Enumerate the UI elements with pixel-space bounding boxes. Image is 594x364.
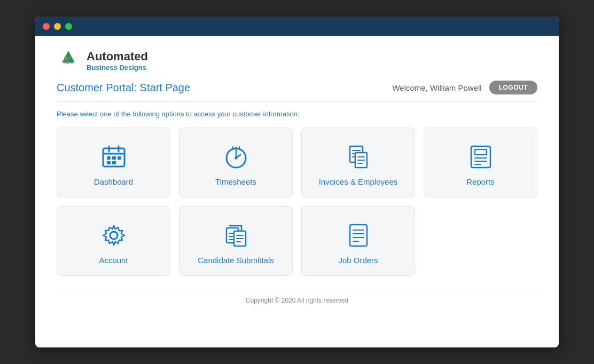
- page-title: Customer Portal: Start Page: [57, 82, 190, 94]
- welcome-text: Welcome, William Powell: [392, 83, 481, 92]
- footer: Copyright © 2020 All rights reserved: [57, 289, 537, 304]
- welcome-area: Welcome, William Powell LOGOUT: [392, 81, 537, 94]
- document2-icon: [345, 221, 372, 249]
- logo-icon: [57, 49, 80, 72]
- instruction-text: Please select one of the following optio…: [57, 110, 537, 118]
- logo-text: Automated Business Designs: [87, 50, 148, 72]
- svg-rect-41: [350, 225, 367, 246]
- document-icon: [345, 143, 372, 171]
- app-window: Automated Business Designs Customer Port…: [35, 17, 559, 347]
- tile-grid-row1: Dashboard Timesheets: [57, 128, 537, 197]
- svg-rect-10: [107, 161, 111, 164]
- copyright-text: Copyright © 2020 All rights reserved: [246, 297, 348, 304]
- tile-account-label: Account: [99, 256, 128, 265]
- tile-candidate-submittals-label: Candidate Submittals: [198, 256, 274, 265]
- logo-sub-text: Business Designs: [87, 64, 148, 72]
- instruction-highlight: following options: [132, 110, 184, 118]
- tile-dashboard[interactable]: Dashboard: [57, 128, 170, 197]
- tile-grid-row2: Account Candidate Submittals: [57, 206, 537, 276]
- tile-timesheets[interactable]: Timesheets: [179, 128, 293, 197]
- instruction-suffix: to access your customer information:: [184, 110, 300, 118]
- logo-header: Automated Business Designs: [57, 49, 537, 72]
- instruction-prefix: Please select one of the: [57, 110, 132, 118]
- svg-point-32: [110, 232, 118, 239]
- titlebar: [35, 17, 559, 36]
- tile-reports[interactable]: Reports: [424, 128, 537, 197]
- clock-icon: [222, 143, 250, 171]
- minimize-button[interactable]: [54, 23, 61, 30]
- tile-candidate-submittals[interactable]: Candidate Submittals: [179, 206, 293, 276]
- files-icon: [222, 221, 250, 249]
- logo-area: Automated Business Designs: [57, 49, 148, 72]
- tile-invoices-employees[interactable]: Invoices & Employees: [301, 128, 415, 197]
- svg-rect-7: [107, 156, 111, 160]
- svg-point-18: [235, 157, 237, 160]
- svg-rect-8: [112, 156, 116, 160]
- tile-timesheets-label: Timesheets: [215, 177, 256, 186]
- tile-empty: [424, 206, 537, 276]
- maximize-button[interactable]: [65, 23, 72, 30]
- gear-icon: [100, 221, 128, 249]
- tile-reports-label: Reports: [466, 177, 495, 186]
- svg-rect-28: [475, 149, 487, 155]
- tile-dashboard-label: Dashboard: [94, 177, 133, 186]
- tile-job-orders[interactable]: Job Orders: [301, 206, 415, 276]
- calendar-icon: [100, 143, 128, 171]
- tile-job-orders-label: Job Orders: [338, 256, 378, 265]
- svg-rect-11: [112, 161, 116, 164]
- page-title-row: Customer Portal: Start Page Welcome, Wil…: [57, 81, 537, 101]
- close-button[interactable]: [43, 23, 50, 30]
- main-content: Automated Business Designs Customer Port…: [35, 36, 559, 320]
- svg-rect-9: [118, 156, 121, 160]
- report-icon: [467, 143, 495, 171]
- tile-invoices-employees-label: Invoices & Employees: [319, 177, 398, 186]
- logo-main-text: Automated: [87, 50, 148, 64]
- tile-account[interactable]: Account: [57, 206, 170, 276]
- logout-button[interactable]: LOGOUT: [489, 81, 537, 94]
